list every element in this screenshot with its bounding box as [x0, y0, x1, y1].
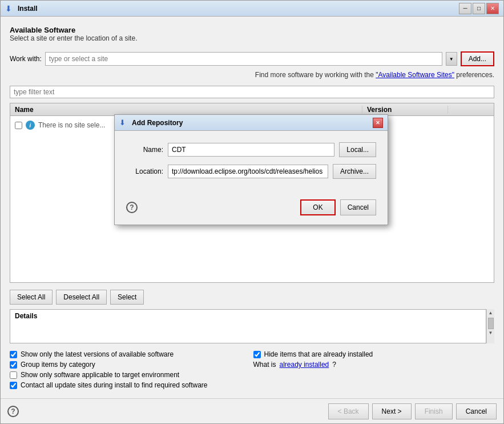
dialog-ok-button[interactable]: OK — [300, 199, 335, 215]
dialog-location-input[interactable] — [168, 165, 328, 178]
dialog-name-label: Name: — [126, 146, 163, 154]
dialog-name-input[interactable] — [168, 143, 334, 157]
dialog-body: Name: Local... Location: Archive... — [115, 131, 388, 195]
dialog-help-icon[interactable]: ? — [126, 202, 138, 213]
dialog-cancel-button[interactable]: Cancel — [340, 199, 376, 215]
dialog-title-bar: ⬇ Add Repository ✕ — [115, 115, 388, 131]
dialog-location-row: Location: Archive... — [126, 164, 376, 179]
local-button[interactable]: Local... — [339, 142, 376, 157]
dialog-footer: ? OK Cancel — [115, 195, 388, 225]
modal-overlay: ⬇ Add Repository ✕ Name: Local... Locati… — [0, 0, 504, 424]
dialog-icon: ⬇ — [119, 118, 128, 127]
archive-button[interactable]: Archive... — [333, 164, 376, 179]
add-repository-dialog: ⬇ Add Repository ✕ Name: Local... Locati… — [114, 114, 388, 225]
dialog-title: Add Repository — [132, 119, 373, 127]
dialog-footer-buttons: OK Cancel — [300, 199, 376, 215]
dialog-name-row: Name: Local... — [126, 142, 376, 157]
dialog-location-label: Location: — [126, 167, 163, 175]
dialog-close-button[interactable]: ✕ — [373, 118, 383, 128]
